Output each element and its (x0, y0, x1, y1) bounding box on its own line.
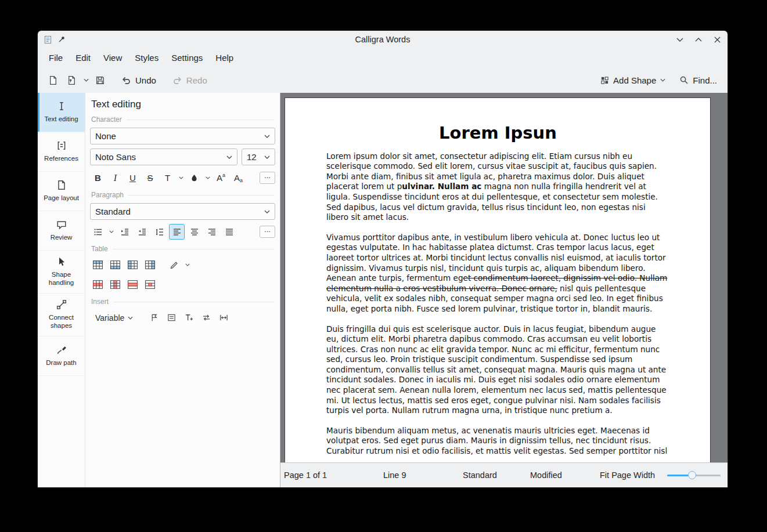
sidebar-item-text-editing[interactable]: Text editing (38, 93, 85, 132)
sidebar-item-connect-shapes[interactable]: Connect shapes (38, 294, 85, 336)
highlight-color-chevron[interactable] (204, 170, 211, 186)
sidebar-item-draw-path[interactable]: Draw path (38, 336, 85, 376)
character-section-header: Character (91, 115, 274, 124)
font-row: Noto Sans 12 (90, 149, 275, 169)
main-area: Text editing References Page layout Revi… (38, 93, 728, 487)
sidebar-item-label: Review (51, 233, 73, 241)
subscript-button[interactable]: Aa (231, 170, 246, 186)
menu-file[interactable]: File (43, 50, 69, 66)
split-cells-button[interactable] (142, 277, 158, 292)
sidebar-item-references[interactable]: References (38, 132, 85, 172)
section-label: Table (91, 245, 108, 253)
chevron-down-icon (264, 210, 270, 213)
italic-button[interactable]: I (107, 170, 123, 186)
paragraph-style-value: Standard (95, 207, 131, 216)
zoom-slider[interactable] (667, 471, 721, 480)
merge-cells-button[interactable] (125, 277, 141, 292)
font-color-chevron[interactable] (177, 170, 185, 186)
bold-button[interactable]: B (90, 170, 106, 186)
menu-styles[interactable]: Styles (129, 50, 164, 66)
character-style-value: None (95, 131, 116, 141)
insert-bookmark-button[interactable] (146, 310, 162, 325)
document-canvas[interactable]: Lorem Ipsun Lorem ipsum dolor sit amet, … (280, 93, 728, 462)
font-family-select[interactable]: Noto Sans (90, 149, 237, 165)
new-document-button[interactable] (45, 71, 62, 89)
document-page[interactable]: Lorem Ipsun Lorem ipsum dolor sit amet, … (285, 97, 711, 462)
align-center-button[interactable] (186, 224, 202, 240)
window-controls (675, 35, 722, 44)
app-icon (44, 35, 52, 44)
maximize-button[interactable] (694, 35, 703, 44)
insert-variable-button[interactable]: Variable (90, 310, 138, 325)
strikethrough-button[interactable]: S (142, 170, 158, 186)
insert-text-frame-button[interactable] (164, 310, 179, 325)
close-button[interactable] (712, 35, 722, 44)
sidebar-item-label: Text editing (44, 115, 78, 123)
align-left-button[interactable] (169, 224, 185, 240)
pin-icon[interactable] (57, 35, 66, 44)
save-button[interactable] (92, 71, 109, 89)
paragraph: Duis fringilla dui quis est scelerisque … (326, 324, 669, 416)
find-button[interactable]: Find... (676, 71, 721, 89)
open-document-button[interactable] (63, 71, 80, 89)
minimize-button[interactable] (675, 35, 685, 44)
redo-button[interactable]: Redo (169, 71, 211, 89)
delete-column-button[interactable] (107, 277, 123, 292)
document-content: Lorem ipsum dolor sit amet, consectetur … (326, 151, 669, 457)
zoom-slider-handle[interactable] (688, 471, 696, 479)
sidebar-item-shape-handling[interactable]: Shape handling (38, 251, 85, 294)
align-right-button[interactable] (204, 224, 219, 240)
sidebar-item-review[interactable]: Review (38, 211, 85, 251)
paragraph-format-row: ... (90, 224, 275, 240)
spacing-width-button[interactable] (216, 310, 232, 325)
superscript-mark: a (222, 172, 225, 178)
paragraph-more-button[interactable]: ... (260, 226, 275, 238)
menu-settings[interactable]: Settings (165, 50, 208, 66)
line-spacing-icon (155, 227, 164, 237)
table-border-pen-chevron[interactable] (183, 257, 191, 273)
insert-row-below-button[interactable] (107, 257, 123, 273)
sidebar-item-page-layout[interactable]: Page layout (38, 172, 85, 211)
save-icon (95, 75, 105, 85)
list-format-button[interactable] (90, 224, 106, 240)
undo-button[interactable]: Undo (118, 71, 160, 89)
document-title: Lorem Ipsun (326, 128, 669, 139)
menu-help[interactable]: Help (210, 50, 239, 66)
list-format-chevron[interactable] (107, 224, 115, 240)
line-indicator: Line 9 (383, 471, 406, 480)
superscript-button[interactable]: Aa (213, 170, 229, 186)
character-more-button[interactable]: ... (260, 172, 275, 184)
undo-label: Undo (135, 75, 156, 85)
character-style-select[interactable]: None (90, 128, 275, 144)
chevron-down-icon (660, 78, 665, 82)
modified-indicator: Modified (530, 471, 562, 480)
insert-row: Variable (90, 310, 275, 325)
font-size-select[interactable]: 12 (242, 149, 275, 165)
menu-edit[interactable]: Edit (70, 50, 96, 66)
insert-column-right-button[interactable] (142, 257, 158, 273)
line-spacing-button[interactable] (152, 224, 167, 240)
paragraph-section-header: Paragraph (91, 191, 274, 199)
insert-text-button[interactable] (181, 310, 197, 325)
highlight-color-button[interactable] (186, 170, 202, 186)
indent-more-button[interactable] (117, 224, 132, 240)
table-row-2 (90, 277, 275, 292)
chevron-down-icon (206, 176, 210, 179)
indent-more-icon (120, 227, 129, 237)
zoom-mode-button[interactable]: Fit Page Width (600, 471, 655, 480)
paragraph-style-select[interactable]: Standard (90, 203, 275, 220)
delete-row-button[interactable] (90, 277, 106, 292)
insert-row-above-button[interactable] (90, 257, 106, 273)
indent-less-button[interactable] (134, 224, 150, 240)
character-format-row: B I U S T Aa Aa ... (90, 170, 275, 186)
underline-button[interactable]: U (125, 170, 141, 186)
align-justify-button[interactable] (221, 224, 237, 240)
open-recent-chevron[interactable] (82, 71, 90, 89)
insert-column-left-button[interactable] (125, 257, 141, 273)
menu-view[interactable]: View (98, 50, 128, 66)
text-cursor-icon (56, 101, 67, 111)
add-shape-button[interactable]: Add Shape (597, 71, 669, 89)
table-border-pen-button[interactable] (166, 257, 182, 273)
font-color-button[interactable]: T (160, 170, 175, 186)
swap-direction-button[interactable] (199, 310, 214, 325)
